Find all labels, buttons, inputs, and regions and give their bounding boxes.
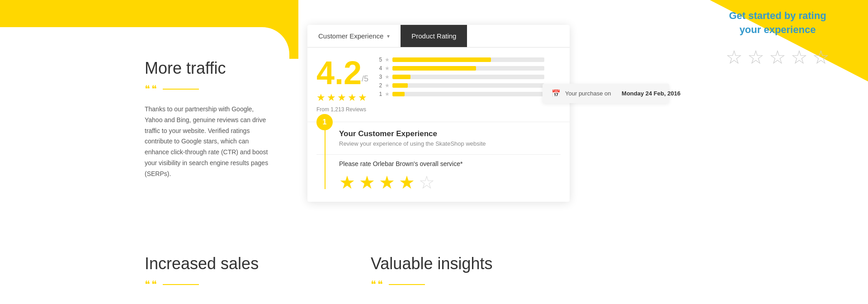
bar-row-5: 5 ★ [377,57,561,63]
rating-stars-display: ★ ★ ★ ★ ★ [316,92,368,104]
rating-bar-chart: 5 ★ 4 ★ 3 ★ [377,57,561,113]
tab-product-rating-label: Product Rating [411,32,456,40]
bar-fill-5 [392,57,491,62]
review-form-subtitle: Review your experience of using the Skat… [316,140,561,147]
star-5-half: ★ [358,92,367,104]
bar-track-2 [392,83,544,88]
review-divider [316,154,561,155]
bar-row-2: 2 ★ 156 [377,82,561,89]
rating-display: 4.2/5 ★ ★ ★ ★ ★ From 1,213 Reviews [316,57,368,113]
star-4: ★ [348,92,357,104]
bar-star-4: ★ [385,65,390,71]
right-section: Get started by rating your experience ☆ … [678,0,868,304]
get-started-title: Get started by rating your experience [687,9,868,37]
rate-star-4[interactable]: ★ [399,172,415,193]
empty-stars-display[interactable]: ☆ ☆ ☆ ☆ ☆ [687,46,868,68]
tab-customer-experience-label: Customer Experience [318,32,383,40]
bar-fill-3 [392,75,410,79]
rating-number: 4.2 [316,55,362,91]
quote-icon: ❝❝ [145,83,158,95]
purchase-prefix: Your purchase on [565,90,611,97]
chevron-down-icon: ▾ [387,33,390,39]
review-form: 1 Your Customer Experience Review your e… [307,122,570,202]
tab-customer-experience[interactable]: Customer Experience ▾ [307,25,401,47]
rating-count: From 1,213 Reviews [316,106,368,113]
bar-row-3: 3 ★ [377,74,561,80]
bar-label-1: 1 [377,91,382,97]
empty-star-2[interactable]: ☆ [747,46,764,68]
divider-line [163,89,199,90]
empty-star-3[interactable]: ☆ [769,46,786,68]
bar-label-3: 3 [377,74,382,80]
bar-star-2: ★ [385,82,390,89]
empty-star-1[interactable]: ☆ [726,46,743,68]
bar-row-1: 1 ★ 78 [377,91,561,97]
widget-section: Customer Experience ▾ Product Rating 4.2… [298,0,678,304]
star-2: ★ [327,92,336,104]
tab-product-rating[interactable]: Product Rating [401,25,467,47]
bar-label-5: 5 [377,57,382,63]
widget-body: 4.2/5 ★ ★ ★ ★ ★ From 1,213 Reviews 5 [307,48,570,122]
calendar-icon: 📅 [552,89,561,98]
step-line [325,130,326,189]
rating-score: 4.2/5 [316,57,368,89]
review-widget: Customer Experience ▾ Product Rating 4.2… [307,25,570,202]
bar-row-4: 4 ★ [377,65,561,71]
bar-label-4: 4 [377,65,382,71]
bar-track-3 [392,75,544,79]
rate-star-3[interactable]: ★ [379,172,395,193]
rate-label: Please rate Orlebar Brown's overall serv… [316,160,561,167]
bar-label-2: 2 [377,82,382,89]
tab-bar: Customer Experience ▾ Product Rating [307,25,570,48]
purchase-date: Monday 24 Feb, 2016 [622,90,680,97]
rate-star-1[interactable]: ★ [339,172,355,193]
rating-outof: /5 [362,74,368,83]
empty-star-5[interactable]: ☆ [812,46,830,68]
bar-track-4 [392,66,544,71]
bar-fill-4 [392,66,476,71]
purchase-date-box: 📅 Your purchase on Monday 24 Feb, 2016 [542,84,669,103]
more-traffic-description: Thanks to our partnership with Google, Y… [145,104,271,180]
empty-star-4[interactable]: ☆ [791,46,808,68]
rate-star-2[interactable]: ★ [359,172,375,193]
bar-track-5 [392,57,544,62]
bar-star-3: ★ [385,74,390,80]
bar-star-1: ★ [385,91,390,97]
more-traffic-title: More traffic [145,59,271,78]
star-3: ★ [337,92,346,104]
bar-fill-1 [392,92,405,96]
rate-stars-input[interactable]: ★ ★ ★ ★ ☆ [316,172,561,193]
step-number-circle: 1 [316,114,333,130]
rate-star-5[interactable]: ☆ [419,172,435,193]
left-section: More traffic ❝❝ Thanks to our partnershi… [0,0,298,304]
section-divider: ❝❝ [145,83,271,95]
bar-star-5: ★ [385,57,390,63]
bar-fill-2 [392,83,408,88]
bar-track-1 [392,92,544,96]
review-form-title: Your Customer Experience [316,129,561,138]
star-1: ★ [316,92,326,104]
